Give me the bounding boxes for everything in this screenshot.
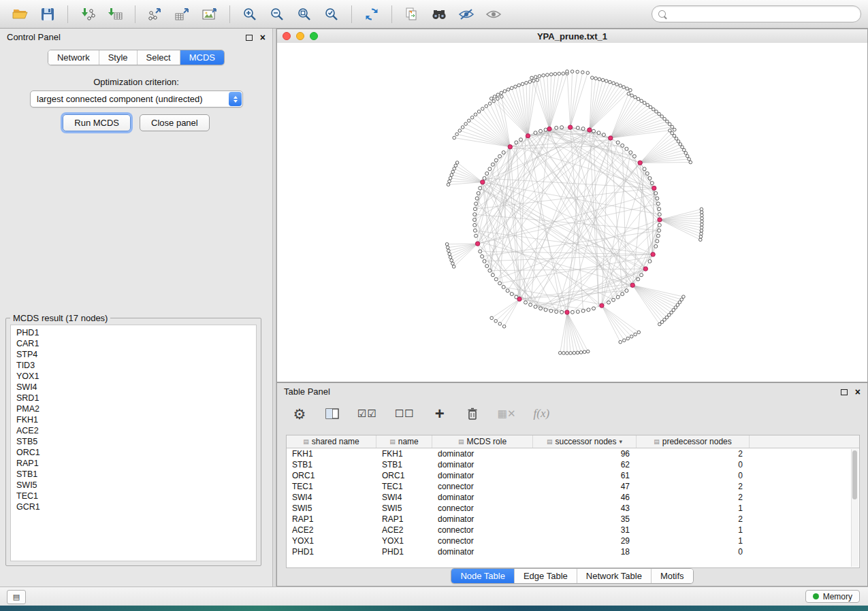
result-node[interactable]: ORC1 <box>11 447 256 458</box>
scrollbar-thumb[interactable] <box>852 450 857 499</box>
column-header-name[interactable]: ▤name <box>376 435 432 448</box>
table-row[interactable]: PHD1PHD1dominator180 <box>287 546 859 557</box>
refresh-view-icon[interactable] <box>359 4 384 24</box>
export-table-icon[interactable] <box>170 4 195 24</box>
close-panel-icon[interactable]: × <box>260 33 266 42</box>
hide-graphics-details-icon[interactable] <box>454 4 479 24</box>
result-node[interactable]: SWI5 <box>11 480 256 491</box>
toolbar-separator <box>67 5 68 23</box>
result-node[interactable]: FKH1 <box>11 414 256 425</box>
table-row[interactable]: SWI4SWI4dominator462 <box>287 492 859 503</box>
search-field[interactable] <box>652 5 861 22</box>
panel-list-icon[interactable]: ▤ <box>7 590 26 604</box>
table-cell: 62 <box>533 460 637 469</box>
result-node[interactable]: SWI4 <box>11 382 256 393</box>
result-node[interactable]: STP4 <box>11 349 256 360</box>
result-node[interactable]: RAP1 <box>11 458 256 469</box>
import-network-from-file-icon[interactable] <box>76 4 100 24</box>
zoom-selected-region-icon[interactable] <box>319 4 344 24</box>
result-node[interactable]: SRD1 <box>11 393 256 403</box>
zoom-in-icon[interactable] <box>238 4 262 24</box>
column-header-MCDS-role[interactable]: ▤MCDS role <box>432 435 533 448</box>
float-table-panel-icon[interactable] <box>841 389 848 395</box>
column-header-successor-nodes[interactable]: ▤successor nodes▾ <box>533 435 637 448</box>
maximize-window-icon[interactable] <box>310 32 318 40</box>
table-cell: SWI5 <box>287 503 376 513</box>
close-panel-button[interactable]: Close panel <box>140 114 210 131</box>
network-window-titlebar[interactable]: YPA_prune.txt_1 <box>277 29 867 44</box>
table-row[interactable]: RAP1RAP1dominator352 <box>287 514 859 525</box>
float-panel-icon[interactable] <box>246 35 253 41</box>
copy-document-icon[interactable] <box>400 4 424 24</box>
result-node[interactable]: STB5 <box>11 436 256 447</box>
search-network-icon[interactable] <box>427 4 451 24</box>
memory-status-icon <box>813 593 819 599</box>
result-node[interactable]: PMA2 <box>11 403 256 414</box>
zoom-out-icon[interactable] <box>265 4 289 24</box>
run-mcds-button[interactable]: Run MCDS <box>63 114 131 131</box>
tab-style[interactable]: Style <box>99 50 137 65</box>
table-cell: SWI4 <box>376 493 432 502</box>
deselect-all-rows-icon[interactable]: ☐☐ <box>395 405 415 423</box>
export-network-icon[interactable] <box>143 4 167 24</box>
table-cell: 2 <box>637 482 750 491</box>
table-row[interactable]: YOX1YOX1connector291 <box>287 535 859 546</box>
result-node[interactable]: PHD1 <box>11 327 256 338</box>
optimization-select-value: largest connected component (undirected) <box>31 94 229 104</box>
function-builder-icon[interactable]: f(x) <box>534 405 550 423</box>
network-canvas[interactable] <box>277 43 867 382</box>
tab-mcds[interactable]: MCDS <box>180 50 224 65</box>
close-window-icon[interactable] <box>283 32 291 40</box>
table-row[interactable]: FKH1FKH1dominator962 <box>287 448 859 459</box>
node-table: ▤shared name▤name▤MCDS role▤successor no… <box>286 435 860 568</box>
table-scrollbar[interactable] <box>851 449 858 567</box>
zoom-fit-content-icon[interactable] <box>292 4 317 24</box>
column-header-predecessor-nodes[interactable]: ▤predecessor nodes <box>637 435 750 448</box>
table-row[interactable]: TEC1TEC1connector472 <box>287 481 859 492</box>
add-row-icon[interactable]: + <box>432 405 447 423</box>
table-row[interactable]: ACE2ACE2connector311 <box>287 525 859 535</box>
select-all-rows-icon[interactable]: ☑☑ <box>357 405 377 423</box>
result-node[interactable]: TID3 <box>11 360 256 371</box>
table-cell: YOX1 <box>287 536 376 546</box>
result-node[interactable]: TEC1 <box>11 491 256 501</box>
show-columns-icon[interactable] <box>325 405 340 423</box>
close-table-panel-icon[interactable]: × <box>855 387 861 397</box>
delete-selected-rows-icon[interactable] <box>465 405 480 423</box>
memory-button[interactable]: Memory <box>805 590 860 603</box>
table-row[interactable]: STB1STB1dominator620 <box>287 459 859 470</box>
tab-network-table[interactable]: Network Table <box>577 569 651 583</box>
search-input[interactable] <box>671 8 854 20</box>
export-image-icon[interactable] <box>197 4 222 24</box>
result-node[interactable]: YOX1 <box>11 371 256 382</box>
table-cell: dominator <box>432 514 533 524</box>
result-node[interactable]: GCR1 <box>11 501 256 512</box>
column-header-shared-name[interactable]: ▤shared name <box>287 435 376 448</box>
show-graphics-details-icon[interactable] <box>481 4 506 24</box>
tab-node-table[interactable]: Node Table <box>451 569 514 583</box>
result-node[interactable]: CAR1 <box>11 338 256 349</box>
delete-columns-icon[interactable]: ▦✕ <box>498 405 516 423</box>
minimize-window-icon[interactable] <box>296 32 304 40</box>
result-node[interactable]: ACE2 <box>11 425 256 436</box>
result-node[interactable]: STB1 <box>11 469 256 480</box>
column-label: name <box>398 437 419 446</box>
table-settings-gear-icon[interactable]: ⚙ <box>292 405 307 423</box>
table-cell: 46 <box>533 493 637 502</box>
table-row[interactable]: ORC1ORC1dominator610 <box>287 470 859 481</box>
column-label: shared name <box>312 437 359 446</box>
network-graph[interactable] <box>277 43 867 382</box>
table-row[interactable]: SWI5SWI5connector431 <box>287 503 859 514</box>
column-label: predecessor nodes <box>662 437 732 446</box>
tab-edge-table[interactable]: Edge Table <box>514 569 577 583</box>
import-table-from-file-icon[interactable] <box>103 4 127 24</box>
tab-network[interactable]: Network <box>48 50 99 65</box>
network-view-window: YPA_prune.txt_1 <box>276 29 868 382</box>
save-session-icon[interactable] <box>35 4 60 24</box>
optimization-select[interactable]: largest connected component (undirected) <box>30 90 243 108</box>
tab-select[interactable]: Select <box>137 50 180 65</box>
table-cell: 2 <box>637 449 750 459</box>
tab-motifs[interactable]: Motifs <box>651 569 693 583</box>
mcds-result-list[interactable]: PHD1CAR1STP4TID3YOX1SWI4SRD1PMA2FKH1ACE2… <box>10 325 257 561</box>
open-file-icon[interactable] <box>8 4 33 24</box>
